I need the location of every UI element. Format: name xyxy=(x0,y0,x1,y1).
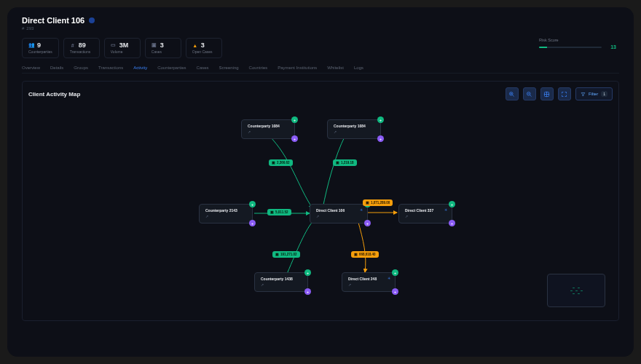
filter-count-badge: 1 xyxy=(601,91,607,97)
node-port-in: + xyxy=(392,269,398,276)
stat-label: Cases xyxy=(152,50,175,54)
node-port-out: + xyxy=(249,220,256,226)
stat-label: Open Cases xyxy=(192,50,216,54)
risk-score-fill xyxy=(539,47,547,48)
user-icon: ✳ xyxy=(388,276,390,280)
node-port-in: + xyxy=(291,116,298,123)
stat-label: Counterparties xyxy=(28,50,52,54)
stat-open-cases[interactable]: ▲ 3 Open Cases xyxy=(186,38,222,58)
folder-icon: ▣ xyxy=(152,42,157,48)
svg-line-5 xyxy=(530,95,532,96)
stat-value: 89 xyxy=(79,41,86,49)
node-port-out: + xyxy=(449,220,455,226)
graph-node-cp2143[interactable]: Counterparty 2143 ↗ + + xyxy=(199,204,253,223)
node-label: Direct Client 337 xyxy=(405,208,446,213)
tab-payment-institutions[interactable]: Payment Institutions xyxy=(278,66,317,70)
stat-value: 3 xyxy=(160,41,164,49)
graph-node-cp1084b[interactable]: Counterparty 1084 ↗ + + xyxy=(327,119,381,139)
node-label: Counterparty 2143 xyxy=(205,208,246,213)
stat-transactions[interactable]: # 89 Transactions xyxy=(63,38,100,58)
node-label: Counterparty 1084 xyxy=(334,124,374,128)
svg-line-1 xyxy=(513,95,514,96)
risk-score-value: 13 xyxy=(610,44,616,50)
graph-node-cp1438[interactable]: Counterparty 1438 ↗ + + xyxy=(254,272,308,292)
graph-node-dc337[interactable]: ✳ Direct Client 337 ↗ + + xyxy=(398,204,452,223)
tab-logs[interactable]: Logs xyxy=(354,66,363,70)
node-port-in: + xyxy=(249,201,256,207)
stat-volume[interactable]: ▭ 3M Volume xyxy=(104,38,141,58)
node-port-in: + xyxy=(377,116,384,123)
graph-canvas[interactable]: ✳ Direct Client 106 ↗ + + Counterparty 1… xyxy=(28,106,613,314)
node-port-in: + xyxy=(449,201,455,207)
node-port-out: + xyxy=(304,288,311,295)
stat-counterparties[interactable]: 👥 9 Counterparties xyxy=(22,38,59,58)
edge-amount-e6: ▣ 668,618.40 xyxy=(351,251,379,258)
users-icon: 👥 xyxy=(28,42,34,48)
edge-amount-e2: ▣ 1,219.18 xyxy=(333,159,357,166)
external-link-icon[interactable]: ↗ xyxy=(205,214,246,218)
risk-score-label: Risk Score xyxy=(539,38,616,42)
external-link-icon[interactable]: ↗ xyxy=(348,282,389,287)
node-port-in: + xyxy=(304,269,311,276)
tab-overview[interactable]: Overview xyxy=(22,66,40,70)
tab-transactions[interactable]: Transactions xyxy=(98,66,123,70)
stat-value: 3 xyxy=(201,41,205,49)
node-port-out: + xyxy=(392,288,398,295)
tab-counterparties[interactable]: Counterparties xyxy=(157,66,186,70)
stat-value: 9 xyxy=(37,41,41,49)
user-icon: ✳ xyxy=(360,207,363,212)
card-icon: ▭ xyxy=(111,42,117,48)
node-port-out: + xyxy=(364,220,371,226)
external-link-icon[interactable]: ↗ xyxy=(248,130,288,134)
tabs: Overview Details Groups Transactions Act… xyxy=(22,66,619,74)
edge-amount-e4: ▣ 191,271.02 xyxy=(272,251,300,258)
user-icon: ✳ xyxy=(444,207,447,212)
graph-node-center[interactable]: ✳ Direct Client 106 ↗ + + xyxy=(310,204,368,223)
risk-score-block: Risk Score 13 xyxy=(539,38,619,58)
edge-amount-e5: ▣ 1,071,289.00 xyxy=(363,199,393,206)
verified-badge-icon xyxy=(89,17,95,23)
graph-node-cp1084a[interactable]: Counterparty 1084 ↗ + + xyxy=(241,119,295,139)
graph-node-dc248[interactable]: ✳ Direct Client 248 ↗ + + xyxy=(342,272,396,292)
risk-score-bar xyxy=(539,47,602,48)
stat-cases[interactable]: ▣ 3 Cases xyxy=(145,38,181,58)
panel-title: Client Activity Map xyxy=(28,91,80,98)
zoom-in-button[interactable] xyxy=(506,87,519,100)
minimap-preview xyxy=(570,288,583,294)
node-label: Direct Client 106 xyxy=(316,208,361,213)
entity-id: 293 xyxy=(26,26,34,31)
tab-whitelist[interactable]: Whitelist xyxy=(327,66,344,70)
external-link-icon[interactable]: ↗ xyxy=(261,282,302,287)
flame-icon: ▲ xyxy=(192,42,198,48)
tab-cases[interactable]: Cases xyxy=(197,66,209,70)
activity-map-panel: Client Activity Map Filter 1 xyxy=(22,81,619,321)
node-label: Direct Client 248 xyxy=(348,277,389,281)
fullscreen-icon xyxy=(561,91,567,98)
filter-label: Filter xyxy=(589,92,598,96)
external-link-icon[interactable]: ↗ xyxy=(316,214,361,218)
minimap[interactable] xyxy=(547,274,605,307)
filter-icon xyxy=(581,92,586,97)
hash-icon: # xyxy=(22,26,24,31)
tab-groups[interactable]: Groups xyxy=(74,66,88,70)
edge-amount-e1: ▣ 2,366.62 xyxy=(269,159,293,166)
stat-label: Transactions xyxy=(70,50,93,54)
tab-activity[interactable]: Activity xyxy=(133,66,147,70)
external-link-icon[interactable]: ↗ xyxy=(405,214,446,218)
filter-button[interactable]: Filter 1 xyxy=(575,87,613,100)
fullscreen-button[interactable] xyxy=(558,87,571,100)
external-link-icon[interactable]: ↗ xyxy=(334,130,374,134)
zoom-out-button[interactable] xyxy=(523,87,536,100)
page-title: Direct Client 106 xyxy=(22,16,84,25)
zoom-out-icon xyxy=(526,91,532,98)
tab-details[interactable]: Details xyxy=(50,66,63,70)
tab-screening[interactable]: Screening xyxy=(219,66,239,70)
stat-label: Volume xyxy=(111,50,134,54)
node-port-out: + xyxy=(291,135,298,142)
page-subtitle: # 293 xyxy=(22,26,619,31)
tab-countries[interactable]: Countries xyxy=(249,66,268,70)
fit-view-icon xyxy=(543,91,550,98)
fit-view-button[interactable] xyxy=(540,87,554,100)
node-label: Counterparty 1438 xyxy=(261,277,302,281)
edge-amount-e3: ▣ 5,011.52 xyxy=(267,209,291,215)
